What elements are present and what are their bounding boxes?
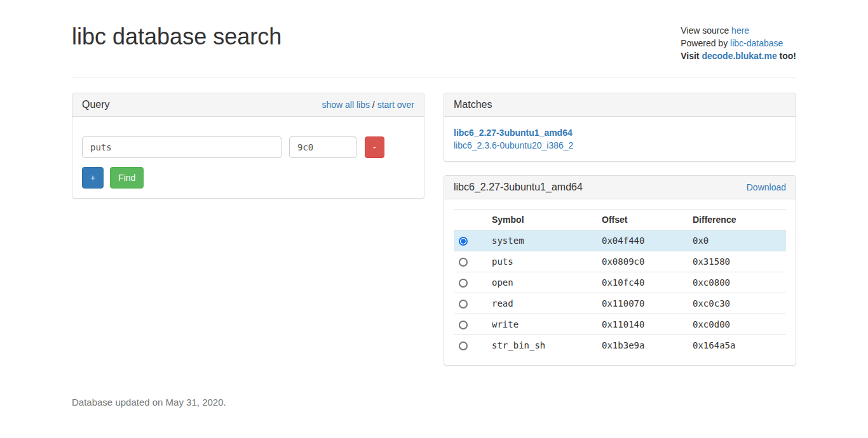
matches-panel-body: libc6_2.27-3ubuntu1_amd64 libc6_2.3.6-0u…	[444, 117, 796, 161]
start-over-link[interactable]: start over	[377, 100, 414, 110]
matches-panel-title: Matches	[454, 100, 492, 110]
right-column: Matches libc6_2.27-3ubuntu1_amd64 libc6_…	[444, 93, 796, 379]
main-columns: Query show all libs / start over - +	[72, 93, 796, 379]
row-radio[interactable]	[459, 342, 468, 350]
symbols-table: Symbol Offset Difference system 0x04f440…	[454, 209, 786, 355]
table-row[interactable]: puts 0x0809c0 0x31580	[454, 251, 786, 272]
table-row[interactable]: system 0x04f440 0x0	[454, 230, 786, 251]
view-source-text: View source	[681, 25, 731, 36]
header-divider	[72, 77, 796, 78]
difference-cell: 0xc0d00	[688, 314, 786, 335]
remove-row-button[interactable]: -	[365, 136, 384, 158]
match-link-libc6_2.3.6-0ubuntu20_i386_2[interactable]: libc6_2.3.6-0ubuntu20_i386_2	[454, 139, 786, 152]
left-column: Query show all libs / start over - +	[72, 93, 424, 212]
symbol-cell: str_bin_sh	[487, 335, 597, 356]
find-button[interactable]: Find	[110, 167, 144, 189]
database-updated-note: Database updated on May 31, 2020.	[72, 397, 796, 408]
difference-cell: 0x164a5a	[688, 335, 786, 356]
query-panel-heading: Query show all libs / start over	[72, 93, 424, 117]
offset-cell: 0x1b3e9a	[597, 335, 688, 356]
matches-panel: Matches libc6_2.27-3ubuntu1_amd64 libc6_…	[444, 93, 796, 162]
result-panel: libc6_2.27-3ubuntu1_amd64 Download Symbo…	[444, 175, 796, 366]
symbol-cell: puts	[487, 251, 597, 272]
radio-column-header	[454, 209, 487, 230]
symbol-input[interactable]	[82, 136, 281, 158]
query-buttons-row: + Find	[82, 167, 414, 189]
table-row[interactable]: str_bin_sh 0x1b3e9a 0x164a5a	[454, 335, 786, 356]
query-form-row: -	[82, 136, 414, 158]
visit-line: Visit decode.blukat.me too!	[681, 50, 796, 62]
difference-cell: 0xc0c30	[688, 293, 786, 314]
offset-input[interactable]	[289, 136, 356, 158]
header-info: View source here Powered by libc-databas…	[681, 24, 796, 62]
show-all-libs-link[interactable]: show all libs	[322, 100, 369, 110]
matches-panel-heading: Matches	[444, 93, 796, 117]
offset-cell: 0x10fc40	[597, 272, 688, 293]
difference-cell: 0xc0800	[688, 272, 786, 293]
offset-column-header: Offset	[597, 209, 688, 230]
decode-blukat-link[interactable]: decode.blukat.me	[702, 51, 776, 61]
row-radio[interactable]	[459, 321, 468, 329]
view-source-link[interactable]: here	[731, 25, 749, 36]
visit-text: Visit	[681, 51, 702, 61]
table-header-row: Symbol Offset Difference	[454, 209, 786, 230]
symbol-cell: open	[487, 272, 597, 293]
query-panel: Query show all libs / start over - +	[72, 93, 424, 199]
add-row-button[interactable]: +	[82, 167, 104, 189]
query-panel-title: Query	[82, 100, 110, 110]
page-container: libc database search View source here Po…	[72, 0, 796, 408]
difference-cell: 0x0	[688, 230, 786, 251]
powered-by-line: Powered by libc-database	[681, 37, 796, 50]
powered-by-text: Powered by	[681, 38, 730, 48]
table-row[interactable]: write 0x110140 0xc0d00	[454, 314, 786, 335]
table-row[interactable]: open 0x10fc40 0xc0800	[454, 272, 786, 293]
offset-cell: 0x04f440	[597, 230, 688, 251]
offset-cell: 0x0809c0	[597, 251, 688, 272]
symbol-cell: system	[487, 230, 597, 251]
download-link[interactable]: Download	[747, 182, 786, 192]
symbol-cell: read	[487, 293, 597, 314]
table-row[interactable]: read 0x110070 0xc0c30	[454, 293, 786, 314]
powered-by-link[interactable]: libc-database	[730, 38, 783, 48]
page-header: libc database search View source here Po…	[72, 0, 796, 62]
symbol-cell: write	[487, 314, 597, 335]
result-panel-title: libc6_2.27-3ubuntu1_amd64	[454, 182, 583, 192]
difference-column-header: Difference	[688, 209, 786, 230]
query-heading-links: show all libs / start over	[322, 100, 414, 110]
row-radio[interactable]	[459, 237, 468, 246]
match-link-libc6_2.27-3ubuntu1_amd64[interactable]: libc6_2.27-3ubuntu1_amd64	[454, 126, 786, 139]
result-panel-heading: libc6_2.27-3ubuntu1_amd64 Download	[444, 176, 796, 199]
row-radio[interactable]	[459, 258, 468, 267]
page-title: libc database search	[72, 24, 281, 50]
result-panel-body: Symbol Offset Difference system 0x04f440…	[444, 199, 796, 365]
row-radio[interactable]	[459, 279, 468, 288]
row-radio[interactable]	[459, 300, 468, 309]
offset-cell: 0x110140	[597, 314, 688, 335]
symbol-column-header: Symbol	[487, 209, 597, 230]
offset-cell: 0x110070	[597, 293, 688, 314]
view-source-line: View source here	[681, 24, 796, 37]
query-panel-body: - + Find	[72, 117, 424, 198]
visit-suffix: too!	[777, 51, 796, 61]
link-separator: /	[372, 100, 375, 110]
difference-cell: 0x31580	[688, 251, 786, 272]
